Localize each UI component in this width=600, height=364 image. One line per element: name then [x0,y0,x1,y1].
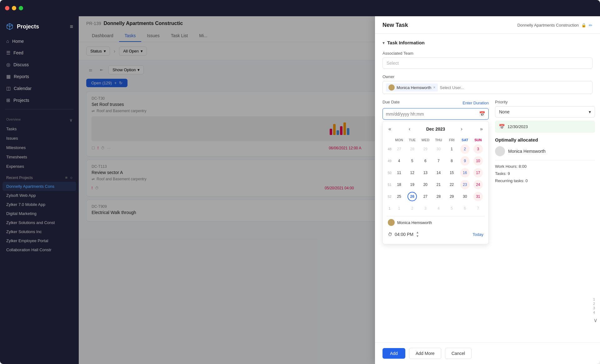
sidebar-item-projects[interactable]: ⊞ Projects [2,95,76,106]
calendar-day[interactable]: 31 [472,191,485,202]
project-item-employee-portal[interactable]: Zylker Employee Portal [2,236,76,245]
col-mon: MON [392,137,406,143]
sidebar-item-discuss[interactable]: ◎ Discuss [2,59,76,70]
calendar-day[interactable]: 4 [392,155,406,167]
calendar-day[interactable]: 8 [445,155,458,167]
col-tue: TUE [406,137,419,143]
sidebar-item-tasks[interactable]: Tasks [2,124,76,133]
calendar-day[interactable]: 24 [472,179,485,191]
add-more-button[interactable]: Add More [409,348,441,359]
time-stepper[interactable]: ▲ ▼ [416,231,419,238]
sidebar-item-reports[interactable]: ▦ Reports [2,71,76,82]
calendar-day[interactable]: 30 [432,143,445,155]
owner-remove-button[interactable]: × [433,85,435,90]
col-thu: THU [432,137,445,143]
calendar-day[interactable]: 4 [432,202,445,214]
calendar-day[interactable]: 25 [392,191,406,202]
calendar-day[interactable]: 5 [445,202,458,214]
calendar-day[interactable]: 17 [472,167,485,179]
calendar-day[interactable]: 16 [458,167,472,179]
enter-duration-link[interactable]: Enter Duration [462,101,489,105]
opt-recurring: Recurring tasks: 0 [495,178,595,183]
calendar-day[interactable]: 9 [458,155,472,167]
calendar-day[interactable]: 20 [419,179,432,191]
project-item-collaboration[interactable]: Collaboration Hall Constr [2,245,76,254]
sidebar-item-home[interactable]: ⌂ Home [2,36,76,47]
task-info-section-header[interactable]: ▾ Task Information [382,40,592,45]
dot-green[interactable] [19,6,23,10]
calendar-day[interactable]: 28 [406,143,419,155]
calendar-day[interactable]: 12 [406,167,419,179]
calendar-day[interactable]: 23 [458,179,472,191]
calendar-day[interactable]: 7 [472,202,485,214]
today-button[interactable]: Today [472,232,483,237]
cal-prev-month-button[interactable]: ‹ [407,125,412,133]
sidebar-item-timesheets[interactable]: Timesheets [2,152,76,162]
calendar-day[interactable]: 14 [432,167,445,179]
week-number: 48 [387,143,392,155]
sidebar-item-expenses[interactable]: Expenses [2,162,76,171]
cal-prev-year-button[interactable]: « [387,125,393,133]
calendar-day[interactable]: 29 [419,143,432,155]
week-number: 49 [387,155,392,167]
calendar-day[interactable]: 11 [392,167,406,179]
date-suggestion-value: 12/30/2023 [508,124,528,129]
project-item-digital[interactable]: Digital Marketing [2,209,76,218]
sidebar-menu-button[interactable]: ≡ [70,23,73,30]
calendar-day[interactable]: 21 [432,179,445,191]
calendar-day[interactable]: 1 [445,143,458,155]
calendar-day[interactable]: 15 [445,167,458,179]
calendar-day[interactable]: 7 [432,155,445,167]
date-input[interactable] [386,112,477,117]
calendar-day[interactable]: 26 [406,191,419,202]
opt-details: Work Hours: 8:00 Tasks: 9 Recurring task… [495,160,595,183]
calendar-day[interactable]: 3 [419,202,432,214]
time-down-icon[interactable]: ▼ [416,235,419,238]
recent-menu-icon[interactable]: ≡ [65,175,68,180]
sidebar-item-milestones[interactable]: Milestones [2,143,76,152]
calendar-day[interactable]: 2 [406,202,419,214]
cancel-button[interactable]: Cancel [445,348,472,359]
calendar-day[interactable]: 6 [419,155,432,167]
sidebar-item-calendar[interactable]: ◫ Calendar [2,83,76,94]
project-item-zylker-solutions[interactable]: Zylker Solutions and Const [2,218,76,227]
calendar-day[interactable]: 10 [472,155,485,167]
calendar-day[interactable]: 19 [406,179,419,191]
associated-team-select[interactable]: Select [382,57,592,69]
calendar-day[interactable]: 30 [458,191,472,202]
priority-select[interactable]: None ▾ [495,106,595,117]
add-button[interactable]: Add [382,348,405,359]
project-item-zylker70[interactable]: Zylker 7.0 Mobile App [2,200,76,209]
calendar-day[interactable]: 28 [432,191,445,202]
calendar-day[interactable]: 5 [406,155,419,167]
calendar-day[interactable]: 2 [458,143,472,155]
project-item-donnelly[interactable]: Donnelly Apartments Cons [2,182,76,191]
calendar-day[interactable]: 18 [392,179,406,191]
sidebar-item-feed[interactable]: ☰ Feed [2,47,76,58]
calendar-picker-icon[interactable]: 📅 [479,111,485,117]
calendar-day[interactable]: 3 [472,143,485,155]
cal-next-year-button[interactable]: » [478,125,485,133]
calendar-day[interactable]: 29 [445,191,458,202]
calendar-day[interactable]: 13 [419,167,432,179]
owner-input-container[interactable]: Monica Hemsworth × [382,81,592,94]
project-item-zylsoft[interactable]: Zylsoft Web App [2,191,76,200]
overview-chevron[interactable]: ∨ [69,117,72,122]
week-number: 50 [387,167,392,179]
calendar-day[interactable]: 6 [458,202,472,214]
time-up-icon[interactable]: ▲ [416,231,419,234]
owner-search-input[interactable] [440,85,589,90]
calendar-day[interactable]: 27 [419,191,432,202]
project-item-zylker-inc[interactable]: Zylker Solutions Inc [2,227,76,236]
calendar-day[interactable]: 1 [392,202,406,214]
sidebar-item-issues[interactable]: Issues [2,134,76,143]
calendar-day[interactable]: 22 [445,179,458,191]
cal-next-month-button[interactable]: › [459,125,464,133]
expand-button[interactable]: ∨ [593,317,598,324]
recent-search-icon[interactable]: ○ [70,175,72,180]
project-list: Donnelly Apartments Cons Zylsoft Web App… [0,182,79,254]
edit-icon[interactable]: ✏ [589,23,592,28]
dot-red[interactable] [5,6,9,10]
dot-yellow[interactable] [12,6,16,10]
calendar-day[interactable]: 27 [392,143,406,155]
